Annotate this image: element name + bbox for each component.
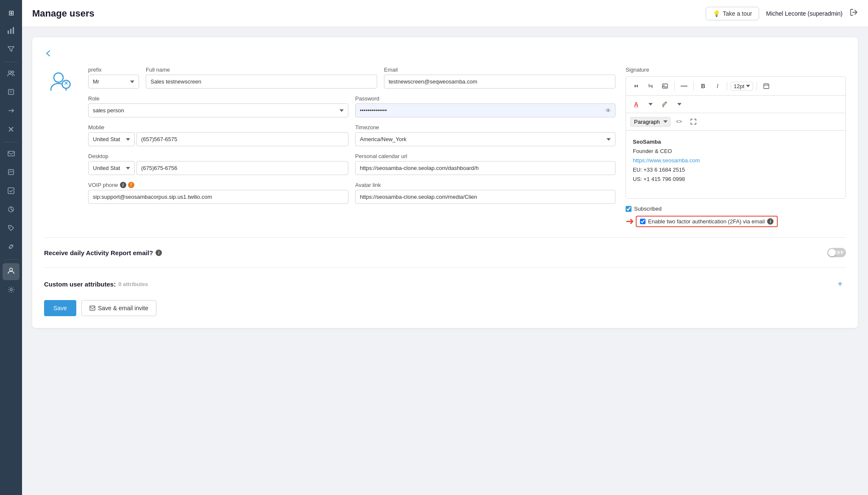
email-icon: [8, 150, 15, 158]
logout-icon[interactable]: [849, 8, 858, 19]
take-tour-button[interactable]: 💡 Take a tour: [706, 7, 759, 20]
page-title: Manage users: [32, 8, 95, 19]
save-email-button[interactable]: Save & email invite: [81, 300, 156, 316]
analytics-icon: [7, 27, 15, 36]
sidebar-item-reports[interactable]: [3, 164, 19, 181]
desktop-country-select[interactable]: United Stat: [88, 161, 135, 175]
voip-warning-icon[interactable]: !: [128, 182, 134, 188]
back-button[interactable]: [44, 49, 53, 60]
fullname-label: Full name: [146, 67, 377, 73]
sidebar-item-manage-users[interactable]: [3, 263, 19, 280]
sig-paragraph-select[interactable]: Paragraph Heading 1 Heading 2: [630, 117, 670, 127]
avatar-icon: [47, 67, 75, 95]
timezone-select[interactable]: America/New_York: [355, 132, 615, 146]
password-toggle-icon[interactable]: 👁: [605, 107, 611, 114]
svg-point-11: [9, 268, 12, 271]
save-email-label: Save & email invite: [98, 305, 148, 311]
activity-report-title: Receive daily Activity Report email? i: [44, 249, 162, 256]
sidebar-item-emails[interactable]: [3, 146, 19, 163]
sig-calendar-btn[interactable]: [760, 80, 772, 92]
routing-icon: [8, 107, 14, 116]
sig-code-btn[interactable]: <>: [673, 116, 685, 128]
sig-highlight-dropdown[interactable]: [673, 98, 685, 110]
password-group: Password 👁: [355, 95, 615, 117]
twofa-info-icon[interactable]: i: [767, 218, 773, 225]
twofa-row: Enable two factor authentication (2FA) v…: [636, 216, 778, 227]
role-select[interactable]: sales person admin superadmin: [88, 103, 348, 117]
sidebar-item-tags[interactable]: [3, 220, 19, 237]
integrations-icon: [8, 126, 14, 134]
timezone-group: Timezone America/New_York: [355, 124, 615, 146]
save-button[interactable]: Save: [44, 300, 76, 316]
desktop-label: Desktop: [88, 153, 348, 159]
subscribed-checkbox[interactable]: [626, 206, 632, 212]
sig-website: https://www.seosamba.com: [633, 156, 839, 165]
twofa-checkbox[interactable]: [640, 219, 645, 224]
desktop-number-input[interactable]: [136, 161, 348, 175]
sig-bold-btn[interactable]: B: [697, 80, 709, 92]
activity-report-toggle[interactable]: OFF: [827, 248, 846, 257]
add-attr-button[interactable]: +: [834, 278, 846, 290]
prefix-select[interactable]: Mr Mrs Ms Dr: [88, 75, 139, 89]
voip-info-icon[interactable]: i: [120, 182, 126, 188]
sidebar-item-routing[interactable]: [3, 103, 19, 120]
sidebar-item-chain[interactable]: [3, 239, 19, 256]
mobile-country-select[interactable]: United Stat: [88, 132, 135, 146]
lightbulb-icon: 💡: [713, 10, 720, 17]
voip-group: VOIP phone i !: [88, 182, 348, 204]
calendar-input[interactable]: [355, 161, 615, 175]
sidebar-item-pie[interactable]: [3, 202, 19, 219]
sig-website-link[interactable]: https://www.seosamba.com: [633, 157, 700, 164]
signature-label: Signature: [626, 67, 846, 73]
row-voip-avatar: VOIP phone i ! Avatar link: [88, 182, 615, 204]
sig-divider-3: [727, 82, 727, 90]
header: Manage users 💡 Take a tour Michel Lecont…: [22, 0, 868, 27]
subscribed-area: Subscribed ➜ Enable two factor authentic…: [626, 206, 846, 227]
sig-font-color-btn[interactable]: A: [630, 98, 642, 110]
timezone-label: Timezone: [355, 124, 615, 131]
fullname-group: Full name: [146, 67, 377, 89]
activity-report-info-icon[interactable]: i: [156, 250, 162, 256]
custom-attrs-title: Custom user attributes: 0 attributes: [44, 281, 148, 288]
svg-rect-6: [8, 151, 14, 156]
email-input[interactable]: [384, 75, 615, 89]
sig-divider-4: [757, 82, 757, 90]
sig-hr-btn[interactable]: —: [678, 80, 690, 92]
sidebar-item-tasks[interactable]: [3, 183, 19, 200]
tags-icon: [8, 225, 14, 233]
password-input[interactable]: [355, 103, 615, 117]
avatar-link-input[interactable]: [355, 190, 615, 204]
subscribed-label: Subscribed: [634, 206, 662, 212]
arrow-indicator: ➜: [626, 215, 634, 227]
sig-unlink-btn[interactable]: [645, 80, 657, 92]
sig-content[interactable]: SeoSamba Founder & CEO https://www.seosa…: [626, 131, 846, 198]
sidebar-item-settings[interactable]: [3, 282, 19, 299]
sidebar-item-integrations[interactable]: [3, 122, 19, 139]
sidebar-item-users[interactable]: [3, 66, 19, 83]
sidebar-item-contacts[interactable]: [3, 84, 19, 101]
sidebar-item-home[interactable]: ⊞: [3, 4, 19, 21]
user-name: Michel Leconte (superadmin): [766, 10, 843, 17]
mobile-number-input[interactable]: [136, 132, 348, 146]
toggle-track[interactable]: OFF: [827, 248, 846, 257]
sidebar-item-analytics[interactable]: [3, 23, 19, 40]
email-group: Email: [384, 67, 615, 89]
two-col-layout: prefix Mr Mrs Ms Dr Full name: [44, 67, 846, 227]
action-buttons: Save Save & email invite: [44, 300, 846, 316]
sig-fullscreen-btn[interactable]: [687, 116, 699, 128]
password-wrapper: 👁: [355, 103, 615, 117]
sig-image-btn[interactable]: [659, 80, 671, 92]
fullname-input[interactable]: [146, 75, 377, 89]
sidebar-item-funnels[interactable]: [3, 42, 19, 58]
page-body: prefix Mr Mrs Ms Dr Full name: [22, 27, 868, 495]
sig-link-btn[interactable]: [630, 80, 642, 92]
sidebar: ⊞: [0, 0, 22, 495]
voip-input[interactable]: [88, 190, 348, 204]
calendar-group: Personal calendar url: [355, 153, 615, 175]
sig-italic-btn[interactable]: I: [712, 80, 723, 92]
sig-highlight-btn[interactable]: [659, 98, 671, 110]
sig-font-color-dropdown[interactable]: [645, 98, 657, 110]
settings-icon: [8, 286, 15, 295]
pie-icon: [8, 206, 14, 214]
subscribed-row: Subscribed: [626, 206, 846, 212]
